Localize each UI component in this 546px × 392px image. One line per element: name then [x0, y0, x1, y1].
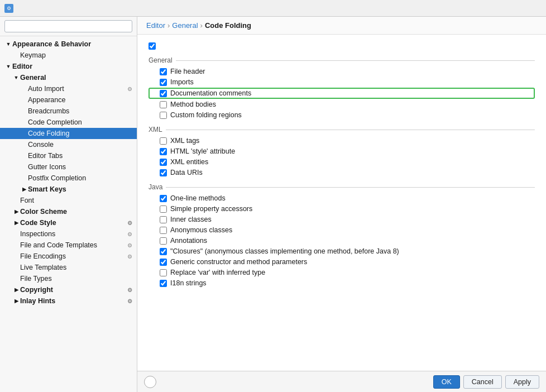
sidebar-item-label: Code Style: [20, 219, 125, 227]
checkbox-generic-constructor[interactable]: [160, 259, 167, 266]
content-header: Editor›General›Code Folding: [137, 17, 546, 35]
sidebar-item-font[interactable]: Font: [0, 195, 137, 206]
sidebar-item-inspections[interactable]: Inspections⚙: [0, 228, 137, 240]
sidebar-item-label: Appearance & Behavior: [12, 40, 132, 48]
settings-icon: ⚙: [127, 86, 132, 92]
checkbox-doc-comments[interactable]: [160, 90, 167, 97]
sidebar-item-file-code-templates[interactable]: File and Code Templates⚙: [0, 240, 137, 251]
label-xml-tags: XML tags: [170, 137, 199, 145]
breadcrumb-part: Editor: [146, 21, 165, 30]
checkbox-closures[interactable]: [160, 248, 167, 255]
arrow-icon: ▶: [12, 209, 20, 214]
checkbox-method-bodies[interactable]: [160, 101, 167, 108]
checkbox-annotations[interactable]: [160, 237, 167, 245]
label-generic-constructor: Generic constructor and method parameter…: [170, 258, 307, 266]
checkbox-data-uris[interactable]: [160, 169, 167, 176]
label-anonymous-classes: Anonymous classes: [170, 226, 232, 234]
help-button[interactable]: [144, 376, 156, 388]
checkbox-anonymous-classes[interactable]: [160, 227, 167, 234]
settings-icon: ⚙: [127, 298, 132, 304]
search-box: [0, 17, 137, 36]
sidebar-item-label: Appearance: [28, 96, 132, 104]
content-panel: Editor›General›Code Folding GeneralFile …: [137, 17, 546, 392]
checkbox-xml-entities[interactable]: [160, 159, 167, 166]
sidebar-item-label: General: [20, 74, 132, 82]
sidebar-item-postfix-completion[interactable]: Postfix Completion: [0, 173, 137, 184]
sidebar-item-label: Copyright: [20, 286, 125, 294]
check-item-custom-folding: Custom folding regions: [149, 110, 535, 120]
breadcrumb-part: General: [172, 21, 198, 30]
bottom-bar: OKCancelApply: [137, 371, 546, 392]
check-item-inner-classes: Inner classes: [149, 214, 535, 224]
sidebar-item-inlay-hints[interactable]: ▶Inlay Hints⚙: [0, 295, 137, 307]
checkbox-file-header[interactable]: [160, 68, 167, 75]
check-item-replace-var: Replace 'var' with inferred type: [149, 267, 535, 278]
checkbox-i18n-strings[interactable]: [160, 280, 167, 287]
checkbox-inner-classes[interactable]: [160, 216, 167, 223]
sidebar-item-color-scheme[interactable]: ▶Color Scheme: [0, 206, 137, 217]
apply-button[interactable]: Apply: [505, 375, 539, 389]
sidebar-item-live-templates[interactable]: Live Templates: [0, 262, 137, 273]
breadcrumb: Editor›General›Code Folding: [146, 21, 251, 30]
sidebar-item-auto-import[interactable]: Auto Import⚙: [0, 83, 137, 94]
label-imports: Imports: [170, 78, 194, 86]
sidebar: ▼Appearance & BehaviorKeymap▼Editor▼Gene…: [0, 17, 137, 392]
sidebar-item-code-style[interactable]: ▶Code Style⚙: [0, 217, 137, 228]
sidebar-item-appearance[interactable]: Appearance: [0, 94, 137, 106]
label-closures: "Closures" (anonymous classes implementi…: [170, 247, 399, 255]
sidebar-item-keymap[interactable]: Keymap: [0, 50, 137, 61]
sidebar-item-label: Auto Import: [28, 85, 125, 93]
check-item-closures: "Closures" (anonymous classes implementi…: [149, 246, 535, 256]
breadcrumb-part: Code Folding: [205, 21, 251, 30]
settings-icon: ⚙: [127, 231, 132, 237]
ok-button[interactable]: OK: [433, 375, 460, 389]
sidebar-item-appearance-behavior[interactable]: ▼Appearance & Behavior: [0, 39, 137, 50]
arrow-icon: ▶: [20, 187, 28, 192]
sidebar-item-label: Color Scheme: [20, 208, 132, 216]
checkbox-one-line-methods[interactable]: [160, 195, 167, 202]
sidebar-item-code-folding[interactable]: Code Folding: [0, 128, 137, 139]
sidebar-item-copyright[interactable]: ▶Copyright⚙: [0, 284, 137, 295]
label-simple-property: Simple property accessors: [170, 205, 252, 213]
sidebar-item-editor[interactable]: ▼Editor: [0, 61, 137, 72]
checkbox-simple-property[interactable]: [160, 205, 167, 213]
check-item-data-uris: Data URIs: [149, 168, 535, 178]
action-buttons: OKCancelApply: [433, 375, 539, 389]
check-item-i18n-strings: I18n strings: [149, 278, 535, 288]
sidebar-item-console[interactable]: Console: [0, 139, 137, 150]
check-item-doc-comments: Documentation comments: [149, 88, 535, 99]
sidebar-item-general[interactable]: ▼General: [0, 72, 137, 83]
sidebar-item-gutter-icons[interactable]: Gutter Icons: [0, 161, 137, 173]
sidebar-item-label: Postfix Completion: [28, 174, 132, 182]
app-icon: ⚙: [4, 4, 13, 13]
check-item-one-line-methods: One-line methods: [149, 193, 535, 203]
sidebar-item-editor-tabs[interactable]: Editor Tabs: [0, 150, 137, 161]
checkbox-replace-var[interactable]: [160, 269, 167, 276]
breadcrumb-separator: ›: [200, 21, 203, 30]
sidebar-item-file-encodings[interactable]: File Encodings⚙: [0, 251, 137, 262]
arrow-icon: ▶: [12, 298, 20, 304]
sidebar-item-smart-keys[interactable]: ▶Smart Keys: [0, 184, 137, 195]
search-input[interactable]: [4, 20, 132, 32]
settings-icon: ⚙: [127, 287, 132, 293]
checkbox-custom-folding[interactable]: [160, 112, 167, 119]
label-annotations: Annotations: [170, 237, 207, 245]
label-i18n-strings: I18n strings: [170, 279, 207, 287]
sidebar-item-code-completion[interactable]: Code Completion: [0, 117, 137, 128]
checkbox-xml-tags[interactable]: [160, 137, 167, 145]
checkbox-imports[interactable]: [160, 79, 167, 86]
sidebar-item-file-types[interactable]: File Types: [0, 273, 137, 284]
sidebar-item-label: Breadcrumbs: [28, 107, 132, 115]
sidebar-item-breadcrumbs[interactable]: Breadcrumbs: [0, 106, 137, 117]
check-item-anonymous-classes: Anonymous classes: [149, 225, 535, 235]
cancel-button[interactable]: Cancel: [463, 375, 502, 389]
sections-container: GeneralFile headerImportsDocumentation c…: [149, 56, 535, 288]
label-html-style: HTML 'style' attribute: [170, 147, 235, 155]
arrow-icon: ▼: [4, 64, 12, 69]
label-xml-entities: XML entities: [170, 158, 208, 166]
title-bar: ⚙: [0, 0, 546, 17]
sidebar-item-label: Code Completion: [28, 118, 132, 126]
show-outline-checkbox[interactable]: [149, 42, 156, 50]
arrow-icon: ▼: [12, 75, 20, 80]
checkbox-html-style[interactable]: [160, 148, 167, 155]
